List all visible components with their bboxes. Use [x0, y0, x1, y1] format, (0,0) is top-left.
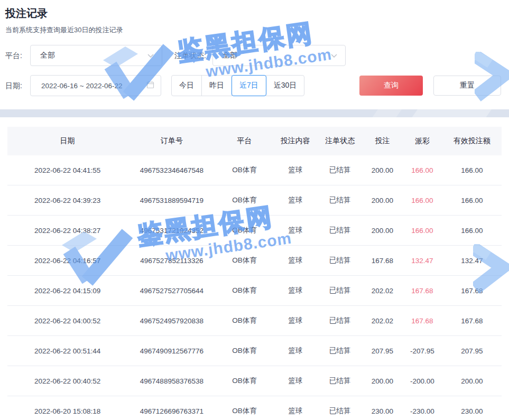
cell-bet-content: 篮球	[273, 185, 318, 216]
cell-bet-content: 篮球	[273, 366, 318, 396]
cell-bet-content: 篮球	[273, 216, 318, 246]
betting-records-page: 投注记录 当前系统支持查询最近30日的投注记录 平台: 全部 注单状态: 全部 …	[0, 0, 509, 420]
cell-order-number: 4967532346467548	[127, 155, 216, 185]
column-header: 日期	[7, 127, 127, 155]
quick-range-group: 今日昨日近7日近30日	[171, 75, 304, 96]
cell-platform: OB体育	[216, 276, 273, 306]
platform-select[interactable]: 全部	[30, 45, 162, 66]
range-last7-button[interactable]: 近7日	[232, 75, 266, 96]
chevron-down-icon	[147, 51, 154, 60]
cell-payout: 166.00	[402, 185, 442, 216]
table-row: 2022-06-22 04:41:55 4967532346467548 OB体…	[7, 155, 502, 185]
table-row: 2022-06-22 00:40:52 4967488958376538 OB体…	[7, 366, 502, 396]
date-range-input[interactable]: 2022-06-16 ~ 2022-06-22	[30, 75, 161, 96]
cell-payout: 166.00	[402, 216, 442, 246]
cell-date: 2022-06-22 04:41:55	[7, 155, 127, 185]
cell-platform: OB体育	[216, 366, 273, 396]
range-today-button[interactable]: 今日	[171, 75, 202, 96]
cell-platform: OB体育	[216, 216, 273, 246]
cell-order-number: 4967531889594719	[127, 185, 216, 216]
cell-valid-amount: 166.00	[442, 216, 502, 246]
cell-order-number: 4967527527705644	[127, 276, 216, 306]
cell-bet-content: 篮球	[273, 306, 318, 336]
table-header-row: 日期订单号平台投注内容注单状态投注派彩有效投注额	[7, 127, 502, 155]
column-header: 注单状态	[318, 127, 363, 155]
bet-status-select[interactable]: 全部	[212, 45, 346, 66]
cell-order-number: 4967488958376538	[127, 366, 216, 396]
cell-valid-amount: 166.00	[442, 185, 502, 216]
cell-payout: 132.47	[402, 246, 442, 276]
cell-valid-amount: 200.00	[442, 366, 502, 396]
table-row: 2022-06-22 04:38:27 4967531721924352 OB体…	[7, 216, 502, 246]
reset-button[interactable]: 重置	[433, 76, 501, 96]
query-button[interactable]: 查询	[359, 76, 423, 96]
cell-bet-amount: 200.00	[363, 366, 403, 396]
cell-order-number: 4967527852113326	[127, 246, 216, 276]
cell-payout: 167.68	[402, 276, 442, 306]
cell-platform: OB体育	[216, 336, 273, 366]
cell-date: 2022-06-22 04:16:57	[7, 246, 127, 276]
column-header: 订单号	[127, 127, 216, 155]
cell-platform: OB体育	[216, 185, 273, 216]
cell-order-number: 4967126696763371	[127, 396, 216, 420]
cell-date: 2022-06-22 00:51:44	[7, 336, 127, 366]
cell-order-number: 4967490912567776	[127, 336, 216, 366]
cell-date: 2022-06-22 00:40:52	[7, 366, 127, 396]
cell-platform: OB体育	[216, 246, 273, 276]
cell-bet-status: 已结算	[318, 216, 363, 246]
table-body: 2022-06-22 04:41:55 4967532346467548 OB体…	[7, 155, 502, 420]
cell-bet-content: 篮球	[273, 155, 318, 185]
table-row: 2022-06-20 15:08:18 4967126696763371 OB体…	[7, 396, 502, 420]
cell-date: 2022-06-22 04:15:09	[7, 276, 127, 306]
cell-bet-content: 篮球	[273, 246, 318, 276]
cell-bet-amount: 200.00	[363, 216, 403, 246]
cell-bet-amount: 200.00	[363, 155, 403, 185]
cell-bet-amount: 202.02	[363, 276, 403, 306]
bet-status-select-value: 全部	[223, 51, 237, 60]
cell-bet-status: 已结算	[318, 336, 363, 366]
cell-payout: -230.00	[402, 396, 442, 420]
platform-label: 平台:	[5, 51, 22, 61]
table-row: 2022-06-22 04:16:57 4967527852113326 OB体…	[7, 246, 502, 276]
cell-payout: -200.00	[402, 366, 442, 396]
range-yesterday-button[interactable]: 昨日	[201, 75, 232, 96]
range-last30-button[interactable]: 近30日	[266, 75, 305, 96]
cell-valid-amount: 132.47	[442, 246, 502, 276]
cell-order-number: 4967524957920838	[127, 306, 216, 336]
table-row: 2022-06-22 04:39:23 4967531889594719 OB体…	[7, 185, 502, 216]
cell-platform: OB体育	[216, 155, 273, 185]
cell-date: 2022-06-22 04:00:52	[7, 306, 127, 336]
cell-platform: OB体育	[216, 306, 273, 336]
column-header: 平台	[216, 127, 273, 155]
cell-bet-status: 已结算	[318, 306, 363, 336]
cell-bet-amount: 230.00	[363, 396, 403, 420]
column-header: 有效投注额	[442, 127, 502, 155]
column-header: 派彩	[402, 127, 442, 155]
cell-bet-amount: 167.68	[363, 246, 403, 276]
cell-valid-amount: 167.68	[442, 276, 502, 306]
cell-order-number: 4967531721924352	[127, 216, 216, 246]
cell-bet-content: 篮球	[273, 276, 318, 306]
cell-bet-content: 篮球	[273, 336, 318, 366]
cell-bet-status: 已结算	[318, 366, 363, 396]
cell-bet-status: 已结算	[318, 246, 363, 276]
date-range-value: 2022-06-16 ~ 2022-06-22	[41, 82, 123, 90]
table-row: 2022-06-22 00:51:44 4967490912567776 OB体…	[7, 336, 502, 366]
cell-valid-amount: 167.68	[442, 306, 502, 336]
cell-bet-status: 已结算	[318, 185, 363, 216]
cell-valid-amount: 166.00	[442, 155, 502, 185]
section-divider-band	[0, 109, 509, 117]
cell-valid-amount: 230.00	[442, 396, 502, 420]
cell-bet-content: 篮球	[273, 396, 318, 420]
chevron-down-icon	[331, 51, 337, 60]
cell-date: 2022-06-22 04:39:23	[7, 185, 127, 216]
cell-payout: 167.68	[402, 306, 442, 336]
cell-bet-status: 已结算	[318, 396, 363, 420]
cell-payout: 166.00	[402, 155, 442, 185]
cell-payout: -207.95	[402, 336, 442, 366]
cell-bet-amount: 202.02	[363, 306, 403, 336]
cell-bet-amount: 200.00	[363, 185, 403, 216]
date-label: 日期:	[5, 81, 22, 91]
bet-status-label: 注单状态:	[174, 51, 206, 61]
calendar-icon	[146, 81, 154, 90]
